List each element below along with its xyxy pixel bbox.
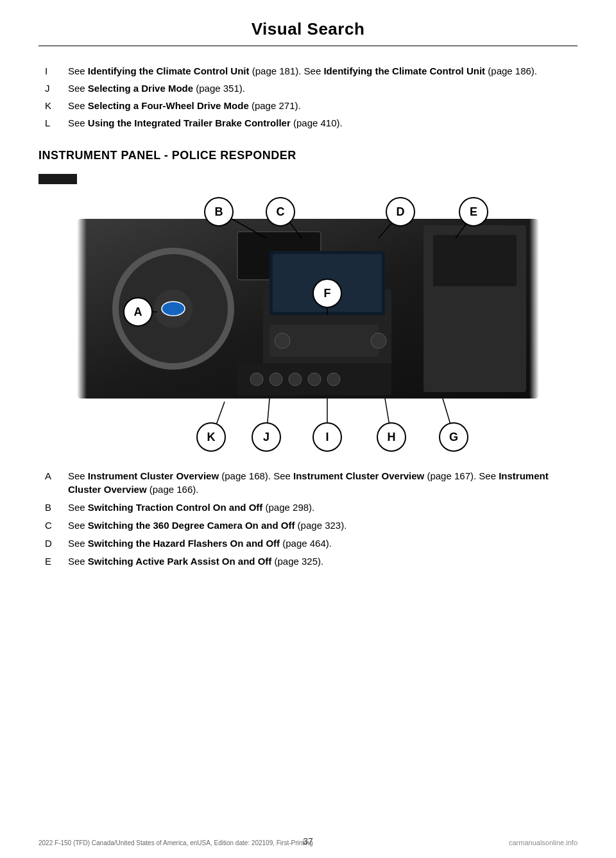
ref-letter-e2: E (45, 554, 68, 568)
ref-letter-i: I (45, 64, 68, 78)
svg-point-18 (308, 373, 321, 386)
ref-text-c2: See Switching the 360 Degree Camera On a… (68, 519, 578, 532)
ref-letter-j: J (45, 82, 68, 95)
list-item: J See Selecting a Drive Mode (page 351). (45, 82, 578, 95)
footer-note: 2022 F-150 (TFD) Canada/United States of… (38, 839, 312, 846)
bottom-ref-list: A See Instrument Cluster Overview (page … (38, 469, 578, 568)
page-header: Visual Search (38, 0, 578, 46)
label-circle-h: H (377, 422, 406, 452)
list-item: D See Switching the Hazard Flashers On a… (45, 536, 578, 550)
label-circle-d: D (386, 197, 415, 227)
label-circle-g: G (439, 422, 468, 452)
label-circle-f: F (312, 279, 342, 308)
svg-rect-21 (475, 219, 539, 399)
svg-point-15 (250, 373, 263, 386)
ref-text-i: See Identifying the Climate Control Unit… (68, 64, 578, 78)
ref-letter-b2: B (45, 501, 68, 514)
label-circle-c: C (266, 197, 295, 227)
label-circle-a: A (123, 297, 153, 327)
list-item: K See Selecting a Four-Wheel Drive Mode … (45, 99, 578, 112)
diagram-svg (38, 174, 578, 469)
ref-letter-l: L (45, 116, 68, 130)
ref-text-e2: See Switching Active Park Assist On and … (68, 554, 578, 568)
label-circle-k: K (196, 422, 226, 452)
section-heading: INSTRUMENT PANEL - POLICE RESPONDER (38, 149, 578, 162)
ref-text-j: See Selecting a Drive Mode (page 351). (68, 82, 578, 95)
list-item: A See Instrument Cluster Overview (page … (45, 469, 578, 496)
ref-letter-c2: C (45, 519, 68, 532)
page-title: Visual Search (252, 19, 365, 39)
instrument-panel-diagram: B C D E A F K J I H G (38, 174, 578, 469)
list-item: C See Switching the 360 Degree Camera On… (45, 519, 578, 532)
label-circle-i: I (312, 422, 342, 452)
label-circle-e: E (459, 197, 488, 227)
list-item: E See Switching Active Park Assist On an… (45, 554, 578, 568)
ref-letter-k: K (45, 99, 68, 112)
top-ref-list: I See Identifying the Climate Control Un… (38, 64, 578, 130)
label-circle-j: J (252, 422, 281, 452)
svg-point-9 (275, 333, 290, 348)
ref-text-d2: See Switching the Hazard Flashers On and… (68, 536, 578, 550)
ref-letter-d2: D (45, 536, 68, 550)
ref-letter-a: A (45, 469, 68, 496)
ref-text-b2: See Switching Traction Control On and Of… (68, 501, 578, 514)
ref-text-k: See Selecting a Four-Wheel Drive Mode (p… (68, 99, 578, 112)
label-circle-b: B (204, 197, 234, 227)
footer-watermark: carmanualsonline.info (509, 839, 578, 846)
ref-text-a: See Instrument Cluster Overview (page 16… (68, 469, 578, 496)
svg-point-17 (289, 373, 302, 386)
svg-rect-11 (38, 174, 77, 184)
svg-point-10 (371, 333, 386, 348)
svg-point-16 (270, 373, 282, 386)
page-container: Visual Search I See Identifying the Clim… (0, 0, 616, 858)
ref-text-l: See Using the Integrated Trailer Brake C… (68, 116, 578, 130)
list-item: L See Using the Integrated Trailer Brake… (45, 116, 578, 130)
svg-point-19 (327, 373, 340, 386)
list-item: I See Identifying the Climate Control Un… (45, 64, 578, 78)
list-item: B See Switching Traction Control On and … (45, 501, 578, 514)
svg-point-3 (162, 302, 185, 316)
